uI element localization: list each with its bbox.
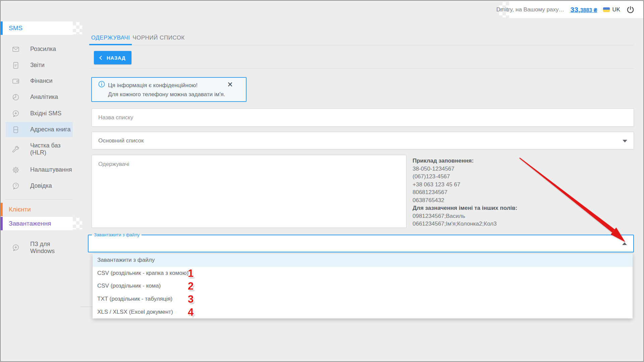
sidebar-item-label: Довідка: [30, 182, 52, 190]
fill-example-block: Приклад заповнення: 38-050-1234567 (067)…: [413, 157, 517, 228]
tab-label: ОДЕРЖУВАЧІ: [91, 35, 130, 41]
annotation-badge: 2: [188, 281, 194, 291]
list-name-field: [92, 108, 634, 127]
logout-button[interactable]: [626, 6, 635, 14]
sidebar-item-chystka-baz[interactable]: Чистка баз(HLR): [1, 141, 73, 158]
notice-line2: Для кожного телефону можна задавати ім'я…: [108, 90, 225, 99]
file-source-label: Завантажити з файлу: [92, 232, 142, 238]
info-icon: [98, 81, 105, 87]
notice-line1: Ця інформація є конфіденційною!: [108, 81, 225, 90]
sidebar-item-label: Налаштування: [30, 166, 72, 174]
list-type-select[interactable]: Основний список: [92, 132, 634, 149]
dropdown-option-label: TXT (роздільник - табуляція): [97, 296, 172, 302]
dropdown-option-txt-tab[interactable]: TXT (роздільник - табуляція) 3: [93, 293, 633, 306]
sidebar-section-clients[interactable]: Клієнти: [1, 203, 73, 216]
dropdown-option-label: CSV (роздільник - крапка з комою): [97, 270, 189, 277]
tabs-baseline: [132, 45, 634, 45]
language-selector[interactable]: UK: [603, 6, 620, 13]
dither-decoration: [73, 218, 82, 229]
active-tab-underline: [89, 44, 132, 45]
address-book-icon: [12, 126, 20, 134]
sidebar-item-label: Адресна книга: [30, 126, 71, 133]
sidebar-section-downloads[interactable]: Завантаження: [1, 217, 73, 230]
downloads-section-accent-bar: [1, 217, 3, 230]
example-line: 0981234567;Василь: [413, 212, 517, 220]
close-icon[interactable]: ×: [227, 79, 233, 89]
sidebar-item-label: Вхідні SMS: [30, 110, 61, 117]
section-divider: [80, 307, 93, 307]
ukraine-flag-icon: [603, 7, 610, 12]
example-title: Приклад заповнення:: [413, 157, 517, 165]
list-name-input[interactable]: [92, 109, 634, 126]
example-line: 38-050-1234567: [413, 165, 517, 173]
example-line: 80681234567: [413, 188, 517, 196]
sidebar-item-label: Аналітика: [30, 94, 58, 101]
sidebar-section-sms[interactable]: SMS: [1, 21, 73, 35]
sidebar-section-downloads-label: Завантаження: [9, 220, 51, 227]
dropdown-option-csv-comma[interactable]: CSV (роздільник - кома) 2: [93, 280, 633, 293]
sidebar-item-analityka[interactable]: Аналітика: [1, 90, 73, 104]
svg-text:?: ?: [15, 184, 17, 188]
annotation-badge: 1: [188, 268, 194, 278]
clients-section-accent-bar: [1, 203, 3, 216]
annotation-badge: 4: [188, 307, 194, 317]
section-divider: [89, 68, 634, 68]
download-icon: [12, 244, 20, 252]
recipients-field: [92, 155, 407, 228]
back-button-label: НАЗАД: [107, 55, 125, 61]
analytics-pie-icon: [12, 93, 20, 101]
sidebar-item-nalashtuvannia[interactable]: Налаштування: [1, 163, 73, 177]
example-line: 0661234567;Ім'я;Колонка2;Кол3: [413, 220, 517, 228]
sidebar-item-zvity[interactable]: Звіти: [1, 59, 73, 72]
example-line: (067)123-4567: [413, 173, 517, 181]
user-account-text: Dmitry, на Вашому раху…: [496, 6, 565, 13]
sidebar-item-label: Чистка баз(HLR): [30, 142, 61, 157]
annotation-badge: 3: [188, 294, 194, 304]
sidebar-item-adresna-knyha[interactable]: Адресна книга: [1, 122, 73, 137]
power-icon: [626, 6, 635, 14]
language-code: UK: [612, 6, 620, 13]
chevron-left-icon: [99, 56, 104, 60]
sidebar-item-vhidni-sms[interactable]: Вхідні SMS: [1, 107, 73, 120]
wallet-icon: [12, 77, 20, 85]
tab-recipients[interactable]: ОДЕРЖУВАЧІ: [89, 33, 132, 43]
back-button[interactable]: НАЗАД: [94, 51, 131, 64]
wrench-icon: [12, 145, 20, 153]
balance-link[interactable]: 33,3883 ₴: [570, 6, 597, 14]
topbar: Dmitry, на Вашому раху… 33,3883 ₴ UK: [509, 1, 643, 18]
app-window: Dmitry, на Вашому раху… 33,3883 ₴ UK SMS…: [0, 0, 644, 362]
gear-icon: [12, 166, 20, 174]
dropdown-option-xls[interactable]: XLS / XLSX (Excel документ) 4: [93, 305, 633, 318]
sidebar-item-label: Розсилка: [30, 46, 56, 53]
inbox-sms-icon: [12, 110, 20, 118]
file-source-dropdown: Завантажити з файлу CSV (роздільник - кр…: [93, 254, 633, 318]
dropdown-option-csv-semicolon[interactable]: CSV (роздільник - крапка з комою) 1: [93, 267, 633, 280]
sidebar-item-dovidka[interactable]: ? Довідка: [1, 179, 73, 193]
sms-section-accent-bar: [1, 21, 3, 35]
file-source-select[interactable]: Завантажити з файлу: [88, 235, 634, 252]
confidential-notice: Ця інформація є конфіденційною! Для кожн…: [91, 77, 247, 102]
dropdown-option-default[interactable]: Завантажити з файлу: [93, 254, 633, 267]
report-icon: [12, 61, 20, 69]
dither-decoration: [73, 22, 82, 34]
sidebar-item-pz-windows[interactable]: ПЗ дляWindows: [1, 240, 73, 256]
tab-blacklist[interactable]: ЧОРНИЙ СПИСОК: [132, 33, 185, 43]
chevron-up-icon: [622, 242, 627, 245]
list-type-value: Основний список: [92, 132, 634, 149]
recipients-textarea[interactable]: [92, 155, 406, 228]
balance-frac: 3883 ₴: [580, 7, 597, 13]
example-title: Для зазначення імені та інших полів:: [413, 204, 517, 212]
envelope-icon: [12, 45, 20, 53]
sidebar-item-finansy[interactable]: Фінанси: [1, 74, 73, 88]
help-icon: ?: [12, 182, 20, 190]
balance-int: 33,: [570, 6, 580, 13]
sidebar-item-rozsylka[interactable]: Розсилка: [1, 43, 73, 56]
sidebar-item-label: Звіти: [30, 62, 45, 69]
chevron-down-icon: [623, 140, 627, 142]
dropdown-option-label: XLS / XLSX (Excel документ): [97, 309, 173, 315]
sidebar-section-sms-label: SMS: [9, 24, 22, 32]
notice-text: Ця інформація є конфіденційною! Для кожн…: [108, 81, 225, 99]
sidebar-divider: [5, 199, 73, 199]
sidebar-item-label: ПЗ дляWindows: [30, 241, 55, 255]
example-line: +38 063 123 45 67: [413, 181, 517, 189]
